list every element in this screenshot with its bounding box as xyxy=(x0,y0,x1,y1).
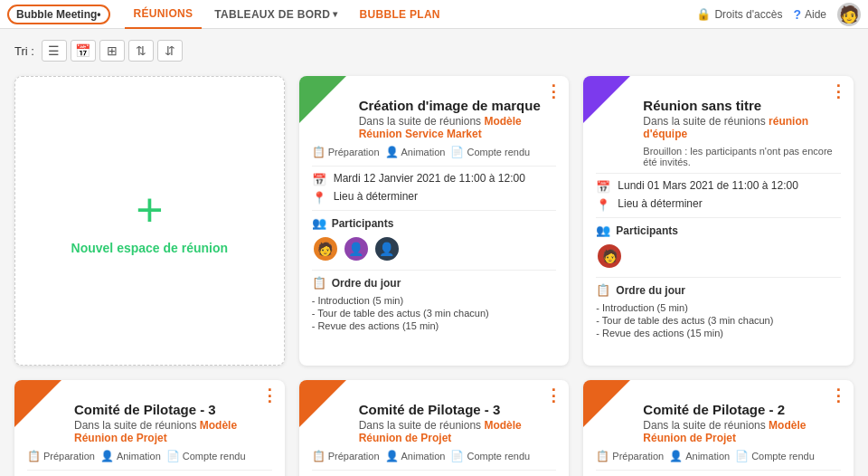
location-icon: 📍 xyxy=(312,191,326,205)
agenda-section-title: 📋 Ordre du jour xyxy=(596,283,841,297)
card-location-row: 📍 Lieu à déterminer xyxy=(596,197,841,212)
sort-label: Tri : xyxy=(14,44,34,58)
card-subtitle: Dans la suite de réunions Modèle Réunion… xyxy=(359,419,557,444)
sort-list-icon[interactable]: ☰ xyxy=(42,40,67,62)
meeting-card-2: ⋮ Réunion sans titre Dans la suite de ré… xyxy=(583,76,854,366)
status-row: 📋 Préparation 👤 Animation 📄 Compte rendu xyxy=(312,450,557,462)
anim-icon: 👤 xyxy=(385,146,399,158)
card-date: Lundi 01 Mars 2021 de 11:00 à 12:00 xyxy=(618,179,798,192)
participants-avatars: 🧑 xyxy=(596,243,841,270)
participant-avatar-3: 👤 xyxy=(373,235,401,262)
status-animation: 👤 Animation xyxy=(385,146,446,158)
card-title: Comité de Pilotage - 2 xyxy=(643,402,841,417)
card-title: Création d'image de marque xyxy=(359,98,557,113)
brand-text: Bubble Meeting xyxy=(16,8,97,21)
agenda-item-1: - Introduction (5 min) xyxy=(596,302,841,313)
sort-za-icon[interactable]: ⇵ xyxy=(157,40,183,62)
card-location: Lieu à déterminer xyxy=(618,197,702,210)
prep-icon: 📋 xyxy=(596,450,609,462)
card-subtitle: Dans la suite de réunions réunion d'équi… xyxy=(643,115,841,140)
card-note: Brouillon : les participants n'ont pas e… xyxy=(643,146,841,167)
participants-icon: 👥 xyxy=(596,224,610,237)
cr-icon: 📄 xyxy=(166,450,180,462)
participants-avatars: 🧑 👤 👤 xyxy=(312,235,557,262)
prep-icon: 📋 xyxy=(27,450,41,462)
brand-logo[interactable]: Bubble Meeting• xyxy=(7,5,110,24)
card-location: Lieu à déterminer xyxy=(334,190,418,203)
corner-accent xyxy=(583,76,630,123)
nav-reunions[interactable]: RÉUNIONS xyxy=(125,0,203,29)
sort-az-icon[interactable]: ⇅ xyxy=(128,40,154,62)
nav-tableaux[interactable]: TABLEAUX DE BORD ▾ xyxy=(205,0,346,29)
sort-calendar-icon[interactable]: 📅 xyxy=(71,40,96,62)
new-meeting-label: Nouvel espace de réunion xyxy=(71,241,229,255)
participants-icon: 👥 xyxy=(312,216,326,230)
location-icon: 📍 xyxy=(596,198,610,212)
prep-icon: 📋 xyxy=(312,146,326,158)
card-date: Mardi 12 Janvier 2021 de 11:00 à 12:00 xyxy=(334,172,525,185)
status-anim: 👤 Animation xyxy=(100,450,161,462)
status-anim: 👤 Animation xyxy=(385,450,446,462)
navbar: Bubble Meeting• RÉUNIONS TABLEAUX DE BOR… xyxy=(0,0,868,29)
sort-grid-icon[interactable]: ⊞ xyxy=(99,40,125,62)
status-anim: 👤 Animation xyxy=(669,450,730,462)
new-meeting-card[interactable]: + Nouvel espace de réunion xyxy=(14,76,285,366)
card-location-row: 📍 Lieu à déterminer xyxy=(312,190,557,205)
card-subtitle: Dans la suite de réunions Modèle Réunion… xyxy=(74,419,272,444)
agenda-item-3: - Revue des actions (15 min) xyxy=(596,328,841,338)
more-options-button[interactable]: ⋮ xyxy=(545,83,561,100)
user-avatar[interactable]: 🧑 xyxy=(837,3,861,26)
status-row: 📋 Préparation 👤 Animation 📄 Compte rendu xyxy=(27,450,272,462)
corner-accent xyxy=(14,380,61,427)
aide-label: Aide xyxy=(805,8,826,21)
plus-icon: + xyxy=(136,186,163,233)
agenda-icon: 📋 xyxy=(596,283,610,297)
card-subtitle: Dans la suite de réunions Modèle Réunion… xyxy=(359,115,557,140)
lock-icon: 🔒 xyxy=(696,7,711,21)
sort-bar: Tri : ☰ 📅 ⊞ ⇅ ⇵ xyxy=(14,40,854,62)
more-options-button[interactable]: ⋮ xyxy=(830,83,846,100)
cr-icon: 📄 xyxy=(450,146,464,158)
droits-access[interactable]: 🔒 Droits d'accès xyxy=(696,7,782,21)
help-icon: ? xyxy=(793,7,801,22)
more-options-button[interactable]: ⋮ xyxy=(261,387,278,404)
sort-icons: ☰ 📅 ⊞ ⇅ ⇵ xyxy=(42,40,183,62)
status-prep: 📋 Préparation xyxy=(27,450,95,462)
more-options-button[interactable]: ⋮ xyxy=(545,387,561,404)
participant-avatar-1: 🧑 xyxy=(312,235,339,262)
corner-accent xyxy=(299,380,346,427)
anim-icon: 👤 xyxy=(385,450,399,462)
card-title: Comité de Pilotage - 3 xyxy=(74,402,272,417)
status-prep: 📋 Préparation xyxy=(312,450,380,462)
main-content: Tri : ☰ 📅 ⊞ ⇅ ⇵ + Nouvel espace de réuni… xyxy=(0,29,868,476)
chevron-down-icon: ▾ xyxy=(333,9,337,19)
agenda-item-2: - Tour de table des actus (3 min chacun) xyxy=(596,315,841,326)
aide-btn[interactable]: ? Aide xyxy=(793,7,826,22)
status-compte-rendu: 📄 Compte rendu xyxy=(450,146,530,158)
card-title: Réunion sans titre xyxy=(643,98,841,113)
card-subtitle: Dans la suite de réunions Modèle Réunion… xyxy=(643,419,841,444)
cr-icon: 📄 xyxy=(735,450,749,462)
bottom-card-2: ⋮ Comité de Pilotage - 3 Dans la suite d… xyxy=(299,380,570,476)
participants-section-title: 👥 Participants xyxy=(312,216,557,230)
droits-label: Droits d'accès xyxy=(714,8,782,21)
anim-icon: 👤 xyxy=(100,450,114,462)
agenda-icon: 📋 xyxy=(312,276,326,290)
card-grid-top: + Nouvel espace de réunion ⋮ Création d'… xyxy=(14,76,854,366)
nav-links: RÉUNIONS TABLEAUX DE BORD ▾ BUBBLE PLAN xyxy=(125,0,449,29)
calendar-icon: 📅 xyxy=(596,180,610,194)
card-title: Comité de Pilotage - 3 xyxy=(359,402,557,417)
nav-bubbleplan[interactable]: BUBBLE PLAN xyxy=(351,0,449,29)
calendar-icon: 📅 xyxy=(312,173,326,186)
status-cr: 📄 Compte rendu xyxy=(450,450,530,462)
card-date-row: 📅 Lundi 01 Mars 2021 de 11:00 à 12:00 xyxy=(596,179,841,194)
prep-icon: 📋 xyxy=(312,450,326,462)
status-row: 📋 Préparation 👤 Animation 📄 Compte rendu xyxy=(312,146,557,158)
status-preparation: 📋 Préparation xyxy=(312,146,380,158)
agenda-section-title: 📋 Ordre du jour xyxy=(312,276,557,290)
agenda-item-2: - Tour de table des actus (3 min chacun) xyxy=(312,308,557,319)
participant-avatar-1: 🧑 xyxy=(596,243,623,270)
card-date-row: 📅 Mardi 12 Janvier 2021 de 11:00 à 12:00 xyxy=(312,172,557,186)
status-cr: 📄 Compte rendu xyxy=(166,450,246,462)
more-options-button[interactable]: ⋮ xyxy=(830,387,846,404)
